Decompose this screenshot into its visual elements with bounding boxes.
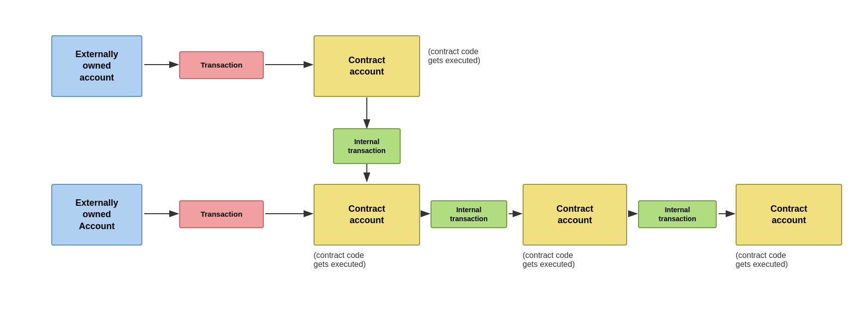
- transaction-node-2: Transaction: [179, 200, 264, 228]
- transaction-node-1: Transaction: [179, 51, 264, 79]
- note-3: (contract codegets executed): [523, 251, 575, 269]
- eoa-label-1: Externallyownedaccount: [75, 49, 118, 83]
- note-text-2: (contract codegets executed): [314, 251, 366, 268]
- note-text-1: (contract codegets executed): [428, 47, 480, 65]
- contract-label-4: Contractaccount: [770, 203, 807, 227]
- transaction-label-2: Transaction: [201, 209, 242, 219]
- note-text-3: (contract codegets executed): [523, 251, 575, 268]
- internal-transaction-label-3: Internaltransaction: [658, 205, 696, 223]
- contract-label-3: Contractaccount: [556, 203, 593, 227]
- contract-node-3: Contractaccount: [523, 184, 627, 246]
- internal-transaction-label-2: Internaltransaction: [450, 205, 487, 223]
- internal-transaction-node-3: Internaltransaction: [638, 200, 717, 228]
- eoa-node-1: Externallyownedaccount: [51, 35, 142, 97]
- contract-label-1: Contractaccount: [348, 55, 385, 78]
- transaction-label-1: Transaction: [201, 60, 242, 70]
- note-4: (contract codegets executed): [736, 251, 788, 269]
- contract-node-1: Contractaccount: [314, 35, 420, 97]
- eoa-label-2: ExternallyownedAccount: [75, 197, 118, 232]
- internal-transaction-node-2: Internaltransaction: [431, 200, 507, 228]
- contract-node-4: Contractaccount: [736, 184, 842, 246]
- note-2: (contract codegets executed): [314, 251, 366, 269]
- internal-transaction-node-1: Internaltransaction: [333, 128, 401, 164]
- contract-node-2: Contractaccount: [314, 184, 420, 246]
- eoa-node-2: ExternallyownedAccount: [51, 184, 142, 246]
- diagram: Externallyownedaccount Transaction Contr…: [0, 0, 868, 333]
- note-text-4: (contract codegets executed): [736, 251, 788, 268]
- note-1: (contract codegets executed): [428, 47, 480, 65]
- contract-label-2: Contractaccount: [348, 203, 385, 227]
- internal-transaction-label-1: Internaltransaction: [348, 137, 385, 155]
